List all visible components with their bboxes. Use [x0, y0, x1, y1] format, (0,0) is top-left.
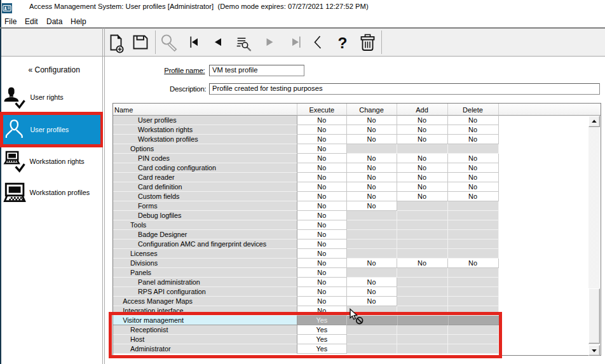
svg-text:?: ? [338, 34, 348, 51]
